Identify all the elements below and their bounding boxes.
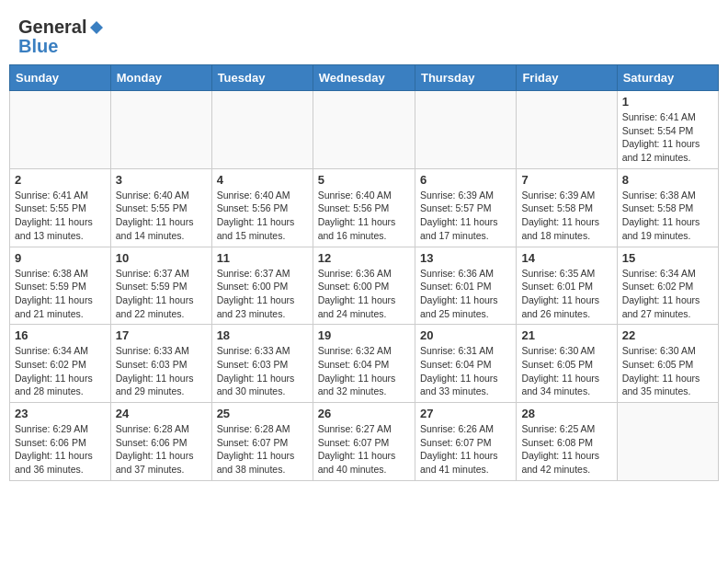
calendar-cell: 7Sunrise: 6:39 AM Sunset: 5:58 PM Daylig… — [517, 168, 617, 247]
day-info: Sunrise: 6:26 AM Sunset: 6:07 PM Dayligh… — [420, 422, 511, 477]
day-number: 9 — [15, 251, 106, 265]
day-info: Sunrise: 6:34 AM Sunset: 6:02 PM Dayligh… — [622, 267, 713, 321]
day-info: Sunrise: 6:39 AM Sunset: 5:58 PM Dayligh… — [521, 189, 611, 243]
calendar-cell: 17Sunrise: 6:33 AM Sunset: 6:03 PM Dayli… — [110, 325, 211, 403]
day-info: Sunrise: 6:40 AM Sunset: 5:56 PM Dayligh… — [318, 189, 410, 243]
day-number: 10 — [116, 251, 207, 265]
day-header-wednesday: Wednesday — [313, 65, 415, 91]
day-info: Sunrise: 6:28 AM Sunset: 6:06 PM Dayligh… — [116, 422, 207, 477]
calendar-table: SundayMondayTuesdayWednesdayThursdayFrid… — [9, 64, 719, 481]
day-number: 17 — [116, 328, 207, 342]
calendar-cell — [415, 91, 516, 169]
calendar-cell: 21Sunrise: 6:30 AM Sunset: 6:05 PM Dayli… — [517, 325, 617, 403]
day-info: Sunrise: 6:35 AM Sunset: 6:01 PM Dayligh… — [521, 267, 611, 321]
day-number: 12 — [318, 251, 410, 265]
calendar-cell — [313, 91, 415, 169]
calendar-cell: 14Sunrise: 6:35 AM Sunset: 6:01 PM Dayli… — [517, 247, 617, 325]
day-number: 19 — [318, 328, 410, 342]
day-info: Sunrise: 6:32 AM Sunset: 6:04 PM Dayligh… — [318, 344, 410, 398]
logo: General Blue — [18, 17, 105, 57]
day-info: Sunrise: 6:34 AM Sunset: 6:02 PM Dayligh… — [15, 344, 106, 398]
day-header-friday: Friday — [517, 65, 617, 91]
logo-general: General — [18, 17, 86, 38]
calendar-cell: 16Sunrise: 6:34 AM Sunset: 6:02 PM Dayli… — [10, 325, 111, 403]
day-number: 20 — [420, 328, 511, 342]
calendar-cell: 5Sunrise: 6:40 AM Sunset: 5:56 PM Daylig… — [313, 168, 415, 247]
calendar-cell: 9Sunrise: 6:38 AM Sunset: 5:59 PM Daylig… — [10, 247, 111, 325]
day-info: Sunrise: 6:28 AM Sunset: 6:07 PM Dayligh… — [217, 422, 308, 477]
day-info: Sunrise: 6:27 AM Sunset: 6:07 PM Dayligh… — [318, 422, 410, 477]
logo-icon — [88, 19, 105, 36]
day-number: 7 — [521, 173, 611, 187]
day-number: 6 — [420, 173, 511, 187]
day-number: 11 — [217, 251, 308, 265]
day-info: Sunrise: 6:31 AM Sunset: 6:04 PM Dayligh… — [420, 344, 511, 398]
day-info: Sunrise: 6:29 AM Sunset: 6:06 PM Dayligh… — [15, 422, 106, 477]
day-number: 4 — [217, 173, 308, 187]
calendar-cell: 28Sunrise: 6:25 AM Sunset: 6:08 PM Dayli… — [517, 403, 617, 481]
calendar-cell: 10Sunrise: 6:37 AM Sunset: 5:59 PM Dayli… — [110, 247, 211, 325]
day-info: Sunrise: 6:40 AM Sunset: 5:55 PM Dayligh… — [116, 189, 207, 243]
day-info: Sunrise: 6:40 AM Sunset: 5:56 PM Dayligh… — [217, 189, 308, 243]
day-number: 24 — [116, 407, 207, 420]
calendar-week-3: 9Sunrise: 6:38 AM Sunset: 5:59 PM Daylig… — [10, 247, 719, 325]
calendar-cell: 8Sunrise: 6:38 AM Sunset: 5:58 PM Daylig… — [617, 168, 718, 247]
calendar-week-4: 16Sunrise: 6:34 AM Sunset: 6:02 PM Dayli… — [10, 325, 719, 403]
calendar-cell: 11Sunrise: 6:37 AM Sunset: 6:00 PM Dayli… — [211, 247, 313, 325]
day-number: 2 — [15, 173, 106, 187]
calendar-cell: 12Sunrise: 6:36 AM Sunset: 6:00 PM Dayli… — [313, 247, 415, 325]
calendar-week-5: 23Sunrise: 6:29 AM Sunset: 6:06 PM Dayli… — [10, 403, 719, 481]
calendar-cell: 20Sunrise: 6:31 AM Sunset: 6:04 PM Dayli… — [415, 325, 516, 403]
day-header-tuesday: Tuesday — [211, 65, 313, 91]
calendar-cell — [617, 403, 718, 481]
day-number: 5 — [318, 173, 410, 187]
calendar-cell: 19Sunrise: 6:32 AM Sunset: 6:04 PM Dayli… — [313, 325, 415, 403]
day-number: 26 — [318, 407, 410, 420]
day-number: 8 — [622, 173, 713, 187]
calendar-cell: 22Sunrise: 6:30 AM Sunset: 6:05 PM Dayli… — [617, 325, 718, 403]
calendar-cell — [110, 91, 211, 169]
day-number: 28 — [521, 407, 611, 420]
day-info: Sunrise: 6:30 AM Sunset: 6:05 PM Dayligh… — [521, 344, 611, 398]
day-number: 16 — [15, 328, 106, 342]
day-number: 14 — [521, 251, 611, 265]
day-info: Sunrise: 6:33 AM Sunset: 6:03 PM Dayligh… — [217, 344, 308, 398]
calendar-cell: 3Sunrise: 6:40 AM Sunset: 5:55 PM Daylig… — [110, 168, 211, 247]
day-number: 15 — [622, 251, 713, 265]
day-number: 13 — [420, 251, 511, 265]
calendar-header-row: SundayMondayTuesdayWednesdayThursdayFrid… — [10, 65, 719, 91]
day-info: Sunrise: 6:25 AM Sunset: 6:08 PM Dayligh… — [521, 422, 611, 477]
calendar-week-2: 2Sunrise: 6:41 AM Sunset: 5:55 PM Daylig… — [10, 168, 719, 247]
day-info: Sunrise: 6:39 AM Sunset: 5:57 PM Dayligh… — [420, 189, 511, 243]
day-info: Sunrise: 6:36 AM Sunset: 6:01 PM Dayligh… — [420, 267, 511, 321]
day-info: Sunrise: 6:38 AM Sunset: 5:58 PM Dayligh… — [622, 189, 713, 243]
day-header-sunday: Sunday — [10, 65, 111, 91]
day-number: 23 — [15, 407, 106, 420]
calendar-cell: 26Sunrise: 6:27 AM Sunset: 6:07 PM Dayli… — [313, 403, 415, 481]
day-info: Sunrise: 6:37 AM Sunset: 5:59 PM Dayligh… — [116, 267, 207, 321]
day-info: Sunrise: 6:30 AM Sunset: 6:05 PM Dayligh… — [622, 344, 713, 398]
calendar-cell: 25Sunrise: 6:28 AM Sunset: 6:07 PM Dayli… — [211, 403, 313, 481]
calendar-cell: 4Sunrise: 6:40 AM Sunset: 5:56 PM Daylig… — [211, 168, 313, 247]
day-info: Sunrise: 6:41 AM Sunset: 5:54 PM Dayligh… — [622, 110, 713, 165]
calendar-cell: 13Sunrise: 6:36 AM Sunset: 6:01 PM Dayli… — [415, 247, 516, 325]
day-number: 1 — [622, 95, 713, 109]
calendar-cell: 6Sunrise: 6:39 AM Sunset: 5:57 PM Daylig… — [415, 168, 516, 247]
calendar-cell: 23Sunrise: 6:29 AM Sunset: 6:06 PM Dayli… — [10, 403, 111, 481]
day-info: Sunrise: 6:41 AM Sunset: 5:55 PM Dayligh… — [15, 189, 106, 243]
day-info: Sunrise: 6:36 AM Sunset: 6:00 PM Dayligh… — [318, 267, 410, 321]
calendar-cell — [211, 91, 313, 169]
calendar-cell: 15Sunrise: 6:34 AM Sunset: 6:02 PM Dayli… — [617, 247, 718, 325]
calendar-cell: 27Sunrise: 6:26 AM Sunset: 6:07 PM Dayli… — [415, 403, 516, 481]
svg-marker-0 — [90, 21, 103, 34]
day-number: 21 — [521, 328, 611, 342]
logo-blue: Blue — [18, 36, 58, 57]
calendar-cell: 2Sunrise: 6:41 AM Sunset: 5:55 PM Daylig… — [10, 168, 111, 247]
page-header: General Blue — [9, 9, 719, 61]
day-header-thursday: Thursday — [415, 65, 516, 91]
day-info: Sunrise: 6:38 AM Sunset: 5:59 PM Dayligh… — [15, 267, 106, 321]
calendar-cell: 24Sunrise: 6:28 AM Sunset: 6:06 PM Dayli… — [110, 403, 211, 481]
calendar-cell: 18Sunrise: 6:33 AM Sunset: 6:03 PM Dayli… — [211, 325, 313, 403]
day-number: 22 — [622, 328, 713, 342]
calendar-cell — [10, 91, 111, 169]
